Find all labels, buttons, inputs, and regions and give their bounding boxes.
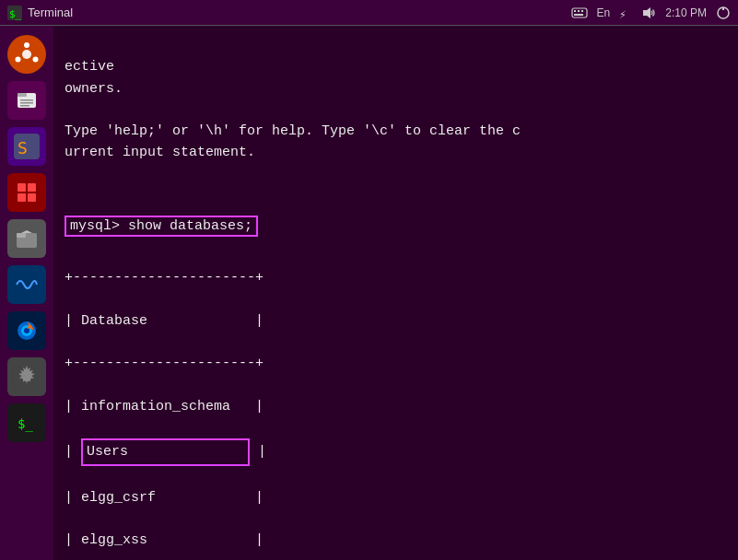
line-ective: ective (64, 59, 114, 75)
terminal-content: ective owners. Type 'help;' or '\h' for … (53, 26, 738, 560)
pipe-after-users: | (250, 441, 266, 462)
pipe-before-users: | (64, 441, 81, 462)
svg-rect-24 (18, 183, 26, 192)
svg-rect-26 (18, 193, 26, 202)
svg-rect-19 (20, 102, 33, 104)
sidebar-item-filemanager[interactable] (7, 219, 46, 258)
svg-rect-27 (28, 193, 36, 202)
audio-icon (14, 272, 40, 298)
files-icon (14, 88, 40, 113)
svg-rect-17 (18, 93, 27, 97)
titlebar-right: En ⚡ 2:10 PM (571, 5, 731, 21)
svg-marker-8 (643, 7, 650, 18)
line-owners: owners. (64, 81, 123, 97)
bluetooth-icon: ⚡ (619, 6, 632, 19)
separator-mid: +----------------------+ (64, 356, 264, 371)
users-row-wrapper: | Users | (64, 438, 727, 465)
table-header: | Database | (64, 313, 264, 329)
sidebar-item-sublime[interactable]: S (7, 127, 46, 166)
titlebar-title: Terminal (28, 6, 73, 19)
svg-rect-5 (581, 10, 583, 12)
row-elgg-csrf: | elgg_csrf | (64, 490, 264, 506)
row-info-schema: | information_schema | (64, 399, 264, 414)
svg-rect-23 (14, 180, 40, 205)
line-help2: urrent input statement. (64, 145, 255, 160)
svg-rect-31 (14, 272, 40, 298)
svg-rect-3 (574, 10, 576, 12)
line-help: Type 'help;' or '\h' for help. Type '\c'… (64, 123, 521, 139)
sidebar-item-firefox[interactable] (7, 311, 46, 350)
sidebar-item-settings[interactable] (7, 357, 46, 396)
svg-text:$_: $_ (9, 8, 22, 20)
appmanager-icon (14, 180, 40, 205)
svg-text:$_: $_ (18, 416, 33, 432)
row-elgg-xss: | elgg_xss | (64, 532, 264, 548)
firefox-icon (14, 318, 40, 344)
sidebar-item-appmanager[interactable] (7, 173, 46, 212)
settings-icon (14, 364, 40, 390)
sidebar-item-files[interactable] (7, 81, 46, 120)
titlebar-left: $_ Terminal (7, 6, 73, 20)
language-indicator: En (597, 6, 611, 19)
svg-rect-4 (578, 10, 580, 12)
command-input-highlight: mysql> show databases; (64, 216, 258, 237)
command-line-wrapper: mysql> show databases; (64, 212, 727, 240)
terminal-output: ective owners. Type 'help;' or '\h' for … (64, 35, 727, 206)
sidebar: S (0, 26, 53, 560)
power-icon[interactable] (716, 6, 731, 20)
terminal-icon: $_ (14, 410, 40, 436)
users-row-highlight: Users (81, 438, 250, 465)
db-table: +----------------------+ | Database | +-… (64, 246, 727, 438)
terminal-title-icon: $_ (7, 6, 22, 20)
ubuntu-logo (14, 41, 40, 67)
filemanager-icon (14, 226, 40, 251)
svg-text:⚡: ⚡ (619, 8, 627, 19)
svg-marker-30 (21, 230, 32, 233)
sidebar-item-ubuntu[interactable] (7, 35, 46, 74)
svg-rect-25 (28, 183, 36, 192)
separator-top: +----------------------+ (64, 270, 264, 286)
svg-rect-6 (574, 14, 583, 16)
titlebar: $_ Terminal En ⚡ 2:10 PM (0, 0, 738, 26)
clock: 2:10 PM (665, 6, 707, 19)
remaining-rows: | elgg_csrf | | elgg_xss | | mysql | | p… (64, 466, 727, 561)
svg-rect-18 (20, 99, 33, 101)
sidebar-item-audio[interactable] (7, 265, 46, 304)
svg-rect-20 (20, 105, 29, 107)
svg-text:S: S (18, 138, 28, 158)
svg-rect-29 (17, 233, 26, 238)
keyboard-icon (571, 5, 588, 21)
svg-point-13 (24, 42, 29, 48)
svg-point-12 (22, 50, 31, 59)
svg-rect-2 (572, 8, 587, 18)
volume-icon (641, 6, 656, 20)
svg-point-34 (24, 328, 29, 333)
sublime-icon: S (14, 134, 40, 159)
sidebar-item-terminal[interactable]: $_ (7, 403, 46, 442)
svg-point-15 (16, 57, 21, 63)
svg-point-14 (33, 57, 39, 63)
